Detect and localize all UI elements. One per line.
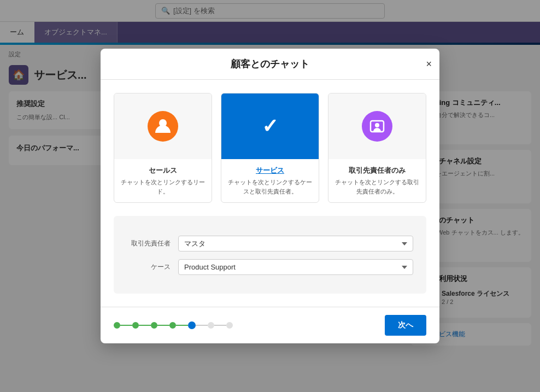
contact-form-row: 取引先責任者 マスタ xyxy=(127,236,413,251)
progress-line-4 xyxy=(176,325,188,326)
service-title: サービス xyxy=(228,166,312,175)
progress-line-6 xyxy=(214,325,226,326)
svg-point-2 xyxy=(375,123,379,127)
case-form-row: ケース Product Support General Bug Report xyxy=(127,259,413,275)
contact-desc: チャットを次とリンクする取引先責任者のみ。 xyxy=(335,178,419,196)
option-card-sales[interactable]: セールス チャットを次とリンクするリード。 xyxy=(114,93,212,203)
progress-dot-7 xyxy=(226,322,233,329)
contact-label: 取引先責任者 xyxy=(127,239,171,248)
modal-title: 顧客とのチャット xyxy=(231,57,309,71)
progress-dot-4 xyxy=(169,322,176,329)
option-card-sales-top xyxy=(114,93,212,159)
info-box: 取引先責任者 マスタ ケース Product Support General B… xyxy=(114,216,426,294)
next-button[interactable]: 次へ xyxy=(385,315,426,336)
option-card-contact-bottom: 取引先責任者のみ チャットを次とリンクする取引先責任者のみ。 xyxy=(328,159,426,202)
modal-overlay: 顧客とのチャット × xyxy=(0,0,540,392)
modal-header: 顧客とのチャット × xyxy=(101,49,439,80)
option-card-service[interactable]: ✓ サービス チャットを次とリンクするケースと取引先責任者。 xyxy=(221,93,319,203)
option-card-service-bottom: サービス チャットを次とリンクするケースと取引先責任者。 xyxy=(221,159,319,202)
sales-title: セールス xyxy=(121,166,205,175)
progress-dots xyxy=(114,321,233,329)
progress-dot-1 xyxy=(114,322,120,329)
modal-footer: 次へ xyxy=(101,307,439,343)
progress-line-2 xyxy=(139,325,151,326)
contact-icon xyxy=(362,111,392,142)
option-card-sales-bottom: セールス チャットを次とリンクするリード。 xyxy=(114,159,212,202)
progress-line-5 xyxy=(196,325,208,326)
case-label: ケース xyxy=(127,262,171,272)
modal-close-button[interactable]: × xyxy=(426,59,432,69)
service-check-icon: ✓ xyxy=(262,115,278,138)
progress-line-1 xyxy=(120,325,132,326)
option-card-contact[interactable]: 取引先責任者のみ チャットを次とリンクする取引先責任者のみ。 xyxy=(328,93,426,203)
progress-dot-2 xyxy=(132,322,139,329)
modal: 顧客とのチャット × xyxy=(101,49,439,343)
progress-line-3 xyxy=(157,325,169,326)
sales-desc: チャットを次とリンクするリード。 xyxy=(121,178,205,196)
option-card-service-top: ✓ xyxy=(221,93,319,159)
sales-icon xyxy=(148,111,178,142)
contact-title: 取引先責任者のみ xyxy=(335,166,419,175)
progress-dot-5 xyxy=(188,321,196,329)
contact-select[interactable]: マスタ xyxy=(178,236,413,251)
progress-dot-3 xyxy=(151,322,157,329)
option-card-contact-top xyxy=(328,93,426,159)
service-desc: チャットを次とリンクするケースと取引先責任者。 xyxy=(228,178,312,196)
modal-body: セールス チャットを次とリンクするリード。 ✓ サービス チャットを次とリンクす… xyxy=(101,80,439,307)
option-cards: セールス チャットを次とリンクするリード。 ✓ サービス チャットを次とリンクす… xyxy=(114,93,426,203)
progress-dot-6 xyxy=(208,322,214,329)
case-select[interactable]: Product Support General Bug Report xyxy=(178,259,413,275)
